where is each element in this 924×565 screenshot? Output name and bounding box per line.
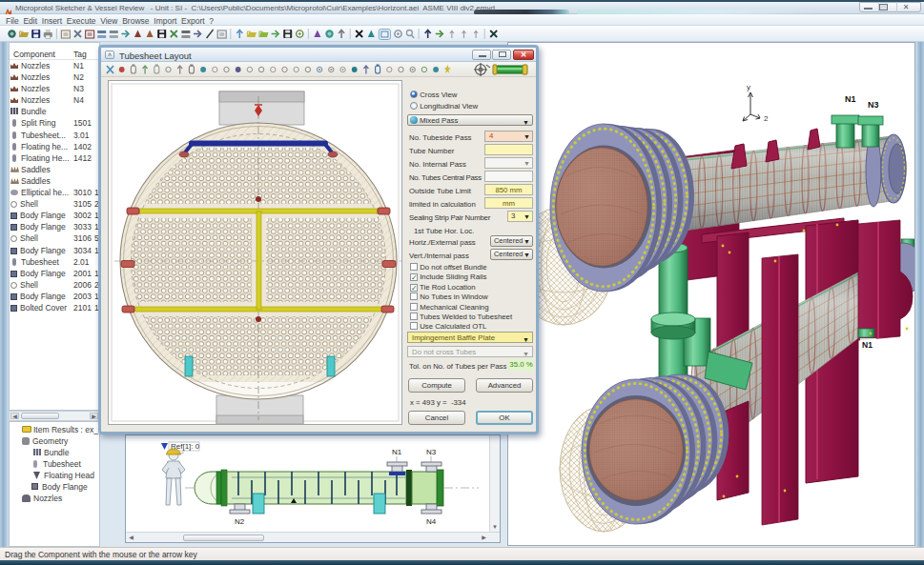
svg-text:N3: N3 xyxy=(868,100,879,110)
svg-text:Ref[1]: 0: Ref[1]: 0 xyxy=(171,442,200,451)
svg-text:2: 2 xyxy=(764,114,769,123)
svg-text:y: y xyxy=(747,83,750,91)
svg-text:N1: N1 xyxy=(862,340,873,350)
svg-text:N2: N2 xyxy=(235,517,245,526)
svg-text:N1: N1 xyxy=(392,448,402,456)
svg-text:N1: N1 xyxy=(845,94,856,104)
svg-text:N3: N3 xyxy=(426,448,437,456)
svg-text:N4: N4 xyxy=(426,517,437,526)
